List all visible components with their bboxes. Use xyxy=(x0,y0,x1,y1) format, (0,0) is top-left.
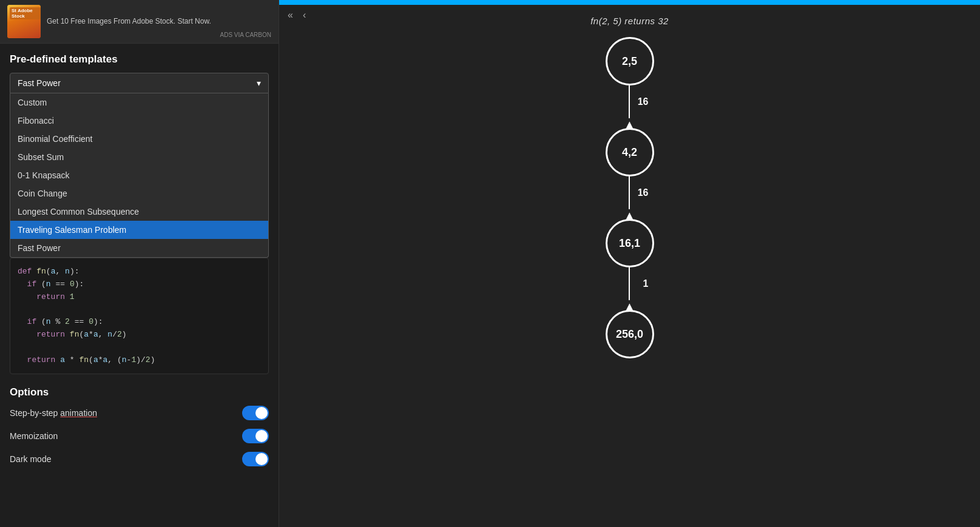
dropdown-item-binomial[interactable]: Binomial Coefficient xyxy=(10,130,268,148)
ads-via-label: ADS VIA CARBON xyxy=(220,32,271,38)
node-circle-2: 16,1 xyxy=(606,219,654,267)
ad-logo-text: St Adobe Stock xyxy=(10,7,41,19)
toggle-dark-mode[interactable] xyxy=(242,452,269,466)
dropdown-item-subset-sum[interactable]: Subset Sum xyxy=(10,148,268,166)
options-section: Options Step-by-step animation Memoizati… xyxy=(10,386,269,466)
option-label-dark-mode: Dark mode xyxy=(10,454,51,464)
right-panel: « ‹ fn(2, 5) returns 32 2,5 16 ▲ 4,2 16 … xyxy=(279,0,980,527)
dropdown-list: Custom Fibonacci Binomial Coefficient Su… xyxy=(10,93,269,258)
nav-buttons: « ‹ xyxy=(279,5,314,25)
option-row-dark-mode: Dark mode xyxy=(10,452,269,466)
dropdown-item-lcs[interactable]: Longest Common Subsequence xyxy=(10,203,268,221)
option-label-animation: Step-by-step animation xyxy=(10,408,97,418)
toggle-memoization[interactable] xyxy=(242,429,269,443)
function-label: fn(2, 5) returns 32 xyxy=(279,5,980,31)
dropdown-item-fast-power[interactable]: Fast Power xyxy=(10,239,268,257)
tree-node-1: 4,2 xyxy=(606,128,654,176)
edge-1: 16 ▲ xyxy=(624,176,636,219)
option-row-animation: Step-by-step animation xyxy=(10,406,269,420)
code-block: def fn(a, n): if (n == 0): return 1 if (… xyxy=(10,258,269,374)
tree-container: 2,5 16 ▲ 4,2 16 ▲ 16,1 1 xyxy=(279,31,980,527)
progress-bar xyxy=(279,0,980,5)
dropdown-item-tsp[interactable]: Traveling Salesman Problem xyxy=(10,221,268,239)
tree-node-0: 2,5 xyxy=(606,37,654,86)
edge-0: 16 ▲ xyxy=(624,86,636,128)
dropdown-item-custom[interactable]: Custom xyxy=(10,93,268,112)
node-circle-0: 2,5 xyxy=(606,37,654,86)
dropdown-item-knapsack[interactable]: 0-1 Knapsack xyxy=(10,166,268,184)
dropdown-item-fibonacci[interactable]: Fibonacci xyxy=(10,112,268,130)
edge-line-2: 1 xyxy=(629,267,630,300)
template-dropdown[interactable]: Fast Power ▾ xyxy=(10,73,269,93)
toggle-animation[interactable] xyxy=(242,406,269,420)
double-left-button[interactable]: « xyxy=(284,8,297,22)
ad-text: Get 10 Free Images From Adobe Stock. Sta… xyxy=(47,16,214,27)
edge-2: 1 ▲ xyxy=(624,267,636,310)
tree-node-2: 16,1 xyxy=(606,219,654,267)
left-panel: St Adobe Stock Get 10 Free Images From A… xyxy=(0,0,279,527)
node-circle-3: 256,0 xyxy=(606,310,654,358)
dropdown-arrow-icon: ▾ xyxy=(257,78,261,88)
option-label-memoization: Memoization xyxy=(10,431,58,441)
left-button[interactable]: ‹ xyxy=(299,8,309,22)
templates-title: Pre-defined templates xyxy=(10,53,269,65)
edge-line-1: 16 xyxy=(629,176,630,209)
ad-title: Get 10 Free Images From Adobe Stock. Sta… xyxy=(47,16,214,27)
option-row-memoization: Memoization xyxy=(10,429,269,443)
edge-arrow-1: ▲ xyxy=(624,209,636,221)
edge-label-1: 16 xyxy=(638,187,649,198)
edge-line-0: 16 xyxy=(629,86,630,118)
edge-arrow-0: ▲ xyxy=(624,118,636,130)
dropdown-selected-value: Fast Power xyxy=(18,78,61,88)
edge-arrow-2: ▲ xyxy=(624,300,636,312)
tree-node-3: 256,0 xyxy=(606,310,654,358)
edge-label-0: 16 xyxy=(638,96,649,107)
ad-banner: St Adobe Stock Get 10 Free Images From A… xyxy=(0,0,279,44)
edge-label-2: 1 xyxy=(643,278,649,289)
ad-logo: St Adobe Stock xyxy=(7,5,41,38)
template-dropdown-wrapper: Fast Power ▾ Custom Fibonacci Binomial C… xyxy=(10,73,269,258)
panel-content: Pre-defined templates Fast Power ▾ Custo… xyxy=(0,44,279,485)
options-title: Options xyxy=(10,386,269,398)
dropdown-item-coin-change[interactable]: Coin Change xyxy=(10,184,268,203)
node-circle-1: 4,2 xyxy=(606,128,654,176)
